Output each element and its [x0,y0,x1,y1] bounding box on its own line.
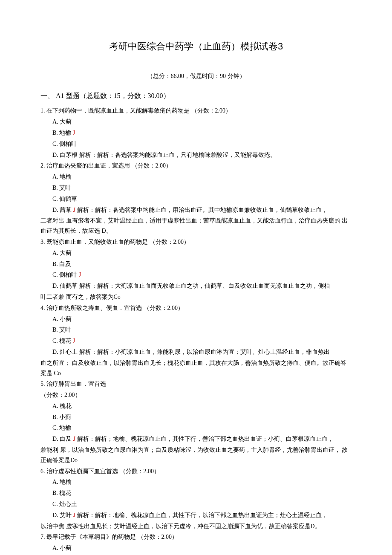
option-label: A. 地榆 [52,173,72,180]
option-label: C. 灶心土 [52,501,77,507]
explanation-tail: 血之所宜； 白及收敛止血，以治肺胃出血见长；槐花凉血止血，其攻在大肠，善治血热所… [40,358,352,379]
option-label: A. 地榆 [52,479,72,485]
question-text: 2. 治疗血热夹瘀的出血证，宜选用 （分数：2.00） [40,161,352,171]
option-label: D. 茜草 [52,207,72,213]
option-line: D. 仙鹤草 解析：解析：大蓟凉血止血而无收敛止血之功，仙鹤草、白及收敛止血而无… [40,281,352,291]
option-line: A. 槐花 [40,401,352,411]
answer-mark: J [71,130,75,136]
page-title: 考研中医综合中药学（止血药）模拟试卷3 [40,38,352,54]
question-text: 5. 治疗肺胃出血，宜首选 [40,379,352,389]
question-text: 3. 既能凉血止血，又能收敛止血的药物是 （分数：2.00） [40,237,352,247]
option-line: B. 小蓟 [40,412,352,422]
answer-mark: J [72,512,75,518]
option-line: B. 艾叶 [40,183,352,193]
question-text: 7. 最早记载于《本草纲目》的药物是 （分数：2.00） [40,532,352,542]
option-label: B. 小蓟 [52,414,71,420]
option-label: A. 小蓟 [52,316,72,322]
option-label: C. 侧柏叶 [52,272,77,278]
option-label: D. 白茅根 [52,152,78,158]
option-line: C. 侧柏叶 J [40,270,352,280]
option-label: B. 白及 [52,261,71,267]
question-score: （分数：2.00） [40,390,352,400]
answer-mark: J [72,436,75,442]
answer-mark: J [77,272,81,278]
option-line: A. 大蓟 [40,117,352,127]
option-line: D. 白及 J 解析：解析；地榆、槐花凉血止血，其性下行，善治下部之血热出血证；… [40,434,352,444]
option-line: C. 侧柏叶 [40,139,352,149]
question-text: 1. 在下列药物中，既能凉血止血，又能解毒敛疮的药物是 （分数：2.00） [40,106,352,116]
option-label: A. 大蓟 [52,119,72,125]
questions-container: 1. 在下列药物中，既能凉血止血，又能解毒敛疮的药物是 （分数：2.00）A. … [40,106,352,555]
option-explanation: 解析：解析：地榆、槐花凉血止血，其性下行，以治下部之血热出血证为主；灶心土温经止… [75,512,328,518]
option-line: B. 地榆 J [40,128,352,138]
option-line: C. 灶心土 [40,499,352,509]
option-label: B. 艾叶 [52,327,71,333]
option-label: D. 艾叶 [52,512,72,518]
explanation-tail: 兼能利 尿，以治血热所致之血尿血淋为宜；白及质粘味涩，为收敛止血之要药，主入肺胃… [40,445,352,465]
option-line: C. 地榆 [40,423,352,433]
question-text: 6. 治疗虚寒性崩漏下血宜首选 （分数：2.00） [40,466,352,477]
option-label: D. 仙鹤草 [52,283,78,289]
option-line: A. 小蓟 [40,543,352,553]
option-label: A. 大蓟 [52,250,72,256]
option-line: B. 槐花 [40,488,352,498]
option-explanation: 解析：解析：小蓟凉血止血，兼能利尿，以治血尿血淋为宜；艾叶、灶心土温经止血，非血… [78,349,330,355]
option-line: D. 茜草 J 解析：解析：备选答案中均能止血，用治出血证。其中地榆凉血兼收敛止… [40,205,352,215]
option-line: B. 白及 [40,259,352,269]
explanation-tail: 叶二者兼 而有之，故答案为Co [40,292,352,302]
option-label: B. 艾叶 [52,185,71,191]
answer-mark: J [71,338,75,344]
option-label: C. 侧柏叶 [52,141,77,147]
option-label: C. 地榆 [52,425,71,431]
question-text: 4. 治疗血热所致之痔血、便血．宜首选 （分数：2.00） [40,303,352,313]
option-line: A. 地榆 [40,477,352,487]
option-line: D. 灶心土 解析：解析：小蓟凉血止血，兼能利尿，以治血尿血淋为宜；艾叶、灶心土… [40,347,352,357]
option-explanation: 解析：解析：备选答案均能凉血止血，只有地榆味兼酸涩，又能解毒敛疮。 [78,152,276,158]
option-line: B. 艾叶 [40,325,352,335]
option-line: C. 仙鹤草 [40,194,352,204]
score-time: （总分：66.00，做题时间：90 分钟） [40,71,352,81]
option-line: A. 地榆 [40,172,352,182]
option-label: C. 槐花 [52,338,71,344]
option-explanation: 解析：解析；地榆、槐花凉血止血，其性下行，善治下部之血热出血证；小蓟、白茅根凉血… [75,436,334,442]
option-line: A. 大蓟 [40,248,352,258]
answer-mark: J [72,207,75,213]
option-line: C. 槐花 J [40,336,352,346]
option-label: A. 槐花 [52,403,72,409]
option-line: D. 艾叶 J 解析：解析：地榆、槐花凉血止血，其性下行，以治下部之血热出血证为… [40,510,352,520]
option-label: B. 槐花 [52,490,71,496]
option-label: A. 小蓟 [52,545,72,551]
option-label: D. 灶心土 [52,349,78,355]
option-explanation: 解析：解析：大蓟凉血止血而无收敛止血之功，仙鹤草、白及收敛止血而无凉血止血之功，… [78,283,330,289]
explanation-tail: 二者对出 血有瘀者不宜，艾叶温经止血，适用于虚寒性出血；茜草既能凉血止血，又能活… [40,216,352,236]
option-line: D. 白茅根 解析：解析：备选答案均能凉血止血，只有地榆味兼酸涩，又能解毒敛疮。 [40,150,352,160]
option-explanation: 解析：解析：备选答案中均能止血，用治出血证。其中地榆凉血兼收敛止血，仙鹤草收敛止… [75,207,328,213]
section-header: 一、 A1 型题（总题数：15，分数：30.00） [40,90,352,101]
option-label: D. 白及 [52,436,72,442]
option-label: C. 仙鹤草 [52,196,77,202]
explanation-tail: 以治中焦 虚寒性出血见长；艾叶温经止血，以治下元虚冷，冲任不固之崩漏下血为优，故… [40,521,352,532]
option-label: B. 地榆 [52,130,71,136]
option-line: A. 小蓟 [40,314,352,324]
